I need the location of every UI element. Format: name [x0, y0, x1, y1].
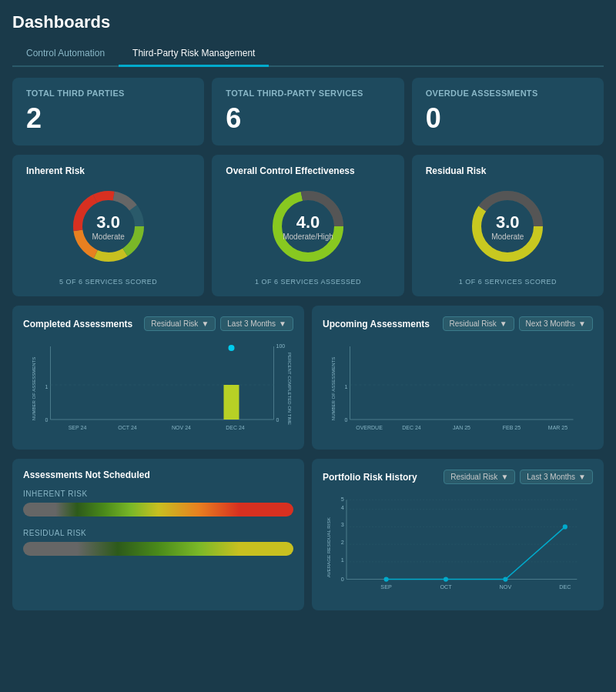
inherent-risk-sublabel: Moderate — [92, 232, 125, 241]
tab-third-party-risk[interactable]: Third-Party Risk Management — [119, 42, 269, 67]
page-title: Dashboards — [12, 12, 604, 32]
residual-risk-bar — [23, 542, 293, 556]
svg-text:NUMBER OF ASSESSMENTS: NUMBER OF ASSESSMENTS — [331, 357, 336, 420]
portfolio-risk-header: Portfolio Risk History Residual Risk ▼ L… — [323, 470, 593, 484]
svg-text:SEP 24: SEP 24 — [69, 425, 87, 430]
svg-text:2: 2 — [341, 539, 344, 546]
assessments-not-scheduled-title: Assessments Not Scheduled — [23, 470, 293, 480]
upcoming-assessments-title: Upcoming Assessments — [323, 319, 438, 329]
svg-text:OCT 24: OCT 24 — [118, 425, 136, 430]
control-effectiveness-number: 4.0 — [283, 212, 333, 232]
inherent-services-scored: 5 OF 6 SERVICES SCORED — [59, 278, 157, 286]
svg-text:DEC: DEC — [559, 583, 571, 590]
overdue-assessments-card: Overdue Assessments 0 — [412, 78, 604, 145]
svg-text:0: 0 — [276, 417, 280, 423]
svg-text:NOV 24: NOV 24 — [172, 425, 191, 430]
svg-text:3: 3 — [341, 521, 344, 528]
inherent-risk-donut-container: 3.0 Moderate 5 OF 6 SERVICES SCORED — [26, 184, 190, 286]
residual-risk-bar-label: RESIDUAL RISK — [23, 529, 293, 537]
control-effectiveness-card: Overall Control Effectiveness 4.0 Modera… — [212, 155, 403, 296]
completed-assessments-card: Completed Assessments Residual Risk ▼ La… — [12, 306, 304, 450]
residual-risk-bar-section: RESIDUAL RISK — [23, 529, 293, 556]
completed-assessments-chart: NUMBER OF ASSESSMENTS PERCENT COMPLETED … — [23, 339, 293, 439]
svg-point-60 — [503, 577, 507, 581]
svg-text:100: 100 — [276, 343, 286, 349]
control-services-assessed: 1 OF 6 SERVICES ASSESSED — [255, 278, 361, 286]
residual-risk-donut: 3.0 Moderate — [465, 184, 550, 269]
total-third-parties-title: Total Third Parties — [26, 89, 190, 98]
overdue-assessments-title: Overdue Assessments — [426, 89, 590, 98]
completed-assessments-title: Completed Assessments — [23, 319, 139, 329]
svg-text:PERCENT COMPLETED ON TIME: PERCENT COMPLETED ON TIME — [287, 353, 292, 425]
residual-risk-sublabel: Moderate — [491, 232, 524, 241]
upcoming-chart-svg: NUMBER OF ASSESSMENTS 0 1 OVERDUE DEC 24… — [323, 339, 593, 439]
tab-control-automation[interactable]: Control Automation — [12, 42, 119, 67]
portfolio-timeframe-dropdown[interactable]: Last 3 Months ▼ — [520, 470, 593, 484]
svg-text:1: 1 — [345, 384, 348, 389]
svg-point-61 — [563, 524, 567, 529]
total-third-party-services-value: 6 — [226, 102, 390, 135]
inherent-risk-card: Inherent Risk — [12, 155, 204, 296]
tabs-container: Control Automation Third-Party Risk Mana… — [12, 42, 604, 67]
svg-text:DEC 24: DEC 24 — [226, 425, 245, 430]
control-effectiveness-label: 4.0 Moderate/High — [283, 212, 333, 241]
inherent-risk-number: 3.0 — [92, 212, 125, 232]
svg-text:NOV: NOV — [500, 583, 512, 590]
control-effectiveness-sublabel: Moderate/High — [283, 232, 333, 241]
residual-bar-fill — [23, 542, 293, 556]
inherent-risk-donut: 3.0 Moderate — [66, 184, 151, 269]
svg-text:NUMBER OF ASSESSMENTS: NUMBER OF ASSESSMENTS — [32, 357, 36, 420]
residual-risk-title: Residual Risk — [426, 165, 487, 176]
svg-text:0: 0 — [341, 576, 344, 583]
upcoming-residual-risk-dropdown[interactable]: Residual Risk ▼ — [443, 316, 514, 331]
svg-text:DEC 24: DEC 24 — [402, 425, 421, 430]
top-cards-grid: Total Third Parties 2 Total Third-Party … — [12, 78, 604, 145]
inherent-risk-bar-section: INHERENT RISK — [23, 490, 293, 516]
svg-text:JAN 25: JAN 25 — [453, 425, 470, 430]
svg-text:1: 1 — [341, 557, 344, 563]
svg-text:4: 4 — [341, 504, 344, 511]
upcoming-assessments-card: Upcoming Assessments Residual Risk ▼ Nex… — [312, 306, 604, 450]
residual-risk-label: 3.0 Moderate — [491, 212, 524, 241]
completed-residual-risk-dropdown[interactable]: Residual Risk ▼ — [144, 316, 216, 331]
svg-text:OCT: OCT — [440, 583, 452, 590]
inherent-risk-title: Inherent Risk — [26, 165, 85, 176]
control-effectiveness-title: Overall Control Effectiveness — [226, 165, 354, 176]
portfolio-risk-history-card: Portfolio Risk History Residual Risk ▼ L… — [312, 459, 604, 610]
bottom-section-grid: Assessments Not Scheduled INHERENT RISK … — [12, 459, 604, 610]
inherent-bar-fill — [23, 503, 293, 516]
svg-text:SEP: SEP — [380, 583, 392, 590]
portfolio-residual-risk-dropdown[interactable]: Residual Risk ▼ — [444, 470, 515, 484]
residual-risk-card: Residual Risk 3.0 Moderate 1 OF 6 SERVIC… — [412, 155, 604, 296]
completed-chart-svg: NUMBER OF ASSESSMENTS PERCENT COMPLETED … — [23, 339, 293, 439]
total-third-party-services-title: Total Third-Party Services — [226, 89, 390, 98]
assessments-not-scheduled-card: Assessments Not Scheduled INHERENT RISK … — [12, 459, 304, 610]
svg-text:FEB 25: FEB 25 — [503, 425, 521, 430]
control-effectiveness-donut-container: 4.0 Moderate/High 1 OF 6 SERVICES ASSESS… — [226, 184, 390, 286]
svg-rect-27 — [224, 385, 239, 420]
total-third-parties-value: 2 — [26, 102, 190, 135]
total-third-parties-card: Total Third Parties 2 — [12, 78, 204, 145]
residual-risk-number: 3.0 — [491, 212, 524, 232]
portfolio-risk-title: Portfolio Risk History — [323, 472, 439, 483]
control-effectiveness-donut: 4.0 Moderate/High — [266, 184, 350, 269]
svg-text:0: 0 — [345, 417, 348, 423]
overdue-assessments-value: 0 — [426, 102, 590, 135]
svg-point-59 — [444, 577, 448, 581]
risk-cards-grid: Inherent Risk — [12, 155, 604, 296]
svg-text:1: 1 — [45, 384, 49, 389]
inherent-risk-label: 3.0 Moderate — [92, 212, 125, 241]
portfolio-chart-svg: AVERAGE RESIDUAL RISK 0 1 2 3 4 5 SEP — [323, 492, 593, 603]
svg-text:AVERAGE RESIDUAL RISK: AVERAGE RESIDUAL RISK — [326, 516, 331, 577]
residual-risk-donut-container: 3.0 Moderate 1 OF 6 SERVICES SCORED — [426, 184, 590, 286]
svg-text:MAR 25: MAR 25 — [548, 425, 567, 430]
svg-text:5: 5 — [341, 496, 344, 503]
total-third-party-services-card: Total Third-Party Services 6 — [212, 78, 403, 145]
upcoming-timeframe-dropdown[interactable]: Next 3 Months ▼ — [519, 316, 593, 331]
portfolio-chart: AVERAGE RESIDUAL RISK 0 1 2 3 4 5 SEP — [323, 492, 593, 600]
upcoming-assessments-chart: NUMBER OF ASSESSMENTS 0 1 OVERDUE DEC 24… — [323, 339, 593, 439]
svg-point-28 — [229, 345, 235, 351]
completed-timeframe-dropdown[interactable]: Last 3 Months ▼ — [220, 316, 293, 331]
upcoming-assessments-header: Upcoming Assessments Residual Risk ▼ Nex… — [323, 316, 593, 331]
inherent-risk-bar-label: INHERENT RISK — [23, 490, 293, 498]
